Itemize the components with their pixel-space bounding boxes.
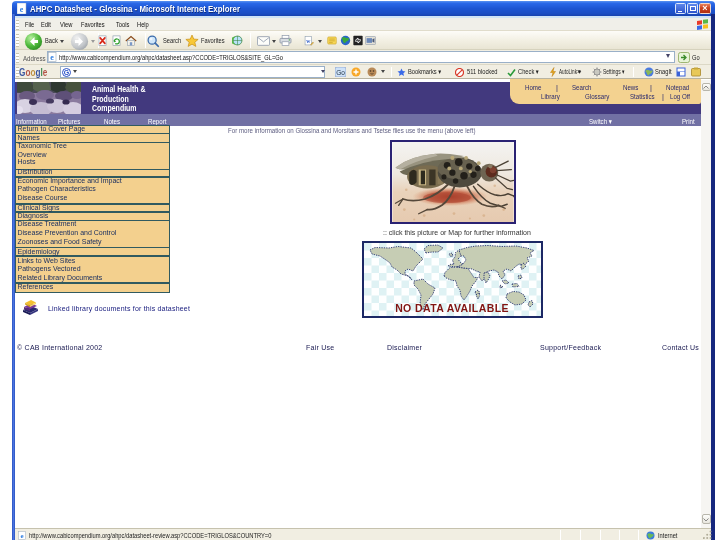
svg-text:e: e: [50, 53, 54, 62]
svg-text:G: G: [64, 69, 70, 76]
svg-text:e: e: [20, 5, 24, 14]
svg-text:Go: Go: [336, 69, 345, 76]
svg-text:NO DATA AVAILABLE: NO DATA AVAILABLE: [395, 302, 509, 314]
svg-text:e: e: [20, 532, 23, 540]
